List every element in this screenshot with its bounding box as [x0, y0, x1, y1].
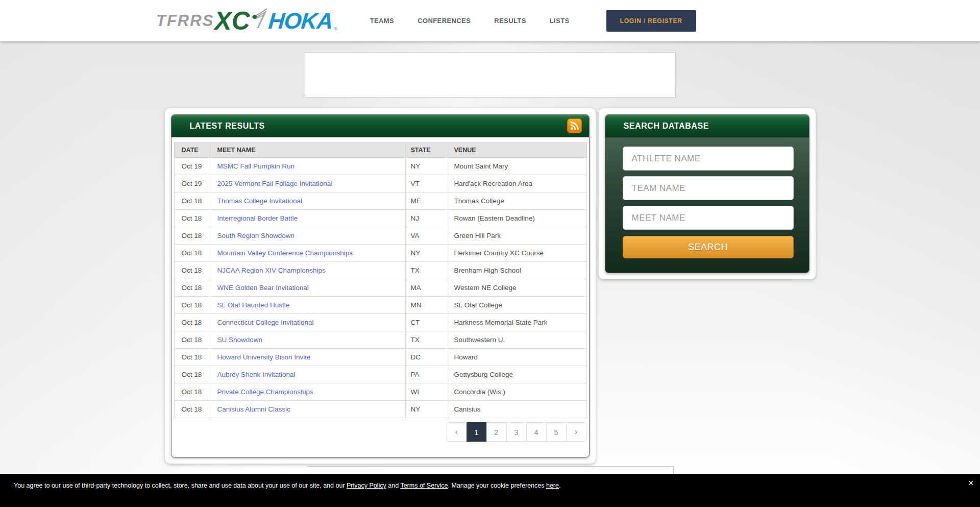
table-row: Oct 18 Canisius Alumni Classic NY Canisi… [174, 401, 586, 418]
meet-cell: Thomas College Invitational [210, 192, 405, 210]
meet-link[interactable]: Canisius Alumni Classic [217, 405, 290, 413]
pagination-page-button[interactable]: 2 [486, 422, 507, 442]
logo-xc-text: XC [214, 8, 250, 34]
team-name-input[interactable] [623, 176, 794, 200]
pagination-prev-button[interactable]: ‹ [447, 422, 467, 442]
column-header-state: STATE [405, 143, 449, 158]
state-cell: MN [405, 297, 449, 314]
search-database-card: SEARCH DATABASE SEARCH [599, 108, 816, 279]
venue-cell: Brenham High School [449, 262, 586, 279]
meet-cell: NJCAA Region XIV Championships [210, 262, 405, 279]
column-header-meet-name: MEET NAME [210, 143, 405, 158]
nav-item-results[interactable]: RESULTS [494, 17, 526, 25]
search-form: SEARCH [605, 137, 809, 273]
meet-cell: WNE Golden Bear Invitational [210, 279, 405, 297]
latest-results-card: LATEST RESULTS DATE MEET NAME ST [165, 108, 596, 464]
state-cell: MA [405, 279, 449, 297]
date-cell: Oct 19 [174, 158, 210, 175]
meet-link[interactable]: Mountain Valley Conference Championships [217, 249, 353, 257]
state-cell: NY [405, 401, 449, 418]
state-cell: NJ [405, 210, 449, 227]
table-header-row: DATE MEET NAME STATE VENUE [174, 143, 586, 158]
meet-cell: Howard University Bison Invite [210, 349, 405, 366]
venue-cell: Howard [449, 349, 586, 366]
pagination-page-button[interactable]: 5 [546, 422, 567, 442]
main-nav: TEAMS CONFERENCES RESULTS LISTS LOGIN / … [370, 10, 696, 32]
cookie-text: and [386, 482, 401, 489]
venue-cell: Mount Saint Mary [449, 158, 586, 175]
venue-cell: Hard'ack Recreation Area [449, 175, 586, 192]
venue-cell: Green Hill Park [449, 227, 586, 245]
pagination-next-button[interactable]: › [566, 422, 586, 442]
search-button[interactable]: SEARCH [623, 236, 794, 258]
meet-link[interactable]: Aubrey Shenk Invitational [217, 371, 296, 378]
close-icon[interactable]: ✕ [968, 479, 974, 487]
logo-registered-mark: ® [334, 27, 337, 32]
rss-icon[interactable] [567, 118, 582, 133]
meet-link[interactable]: Interregional Border Battle [217, 214, 298, 222]
meet-cell: SU Showdown [210, 331, 405, 349]
meet-link[interactable]: 2025 Vermont Fall Foliage Invitational [217, 180, 333, 187]
cookie-text: . Manage your cookie preferences [448, 482, 546, 489]
meet-cell: Canisius Alumni Classic [210, 401, 405, 418]
pagination-page-button[interactable]: 3 [506, 422, 527, 442]
winged-shoe-icon [250, 7, 270, 21]
table-row: Oct 18 Howard University Bison Invite DC… [174, 349, 586, 366]
meet-cell: South Region Showdown [210, 227, 405, 245]
state-cell: DC [405, 349, 449, 366]
meet-link[interactable]: SU Showdown [217, 336, 263, 344]
venue-cell: Harkness Memorial State Park [449, 314, 586, 331]
state-cell: NY [405, 245, 449, 262]
tfrrs-xc-hoka-logo[interactable]: TFRRS XC / HOKA ® [156, 8, 337, 34]
date-cell: Oct 18 [174, 192, 210, 210]
pagination-page-button[interactable]: 1 [467, 422, 487, 442]
ad-placeholder-top [305, 52, 676, 98]
cookie-text: You agree to our use of third-party tech… [14, 482, 347, 489]
meet-link[interactable]: Thomas College Invitational [217, 197, 303, 205]
terms-of-service-link[interactable]: Terms of Service [400, 482, 448, 489]
search-database-header: SEARCH DATABASE [605, 115, 809, 137]
venue-cell: Western NE College [449, 279, 586, 297]
logo-hoka-text: HOKA [268, 10, 334, 32]
privacy-policy-link[interactable]: Privacy Policy [347, 482, 386, 489]
table-row: Oct 18 Mountain Valley Conference Champi… [174, 245, 586, 262]
nav-item-lists[interactable]: LISTS [550, 17, 570, 25]
date-cell: Oct 18 [174, 366, 210, 383]
table-row: Oct 18 Interregional Border Battle NJ Ro… [174, 210, 586, 227]
meet-link[interactable]: NJCAA Region XIV Championships [217, 267, 326, 274]
meet-link[interactable]: Connecticut College Invitational [217, 319, 314, 326]
meet-cell: St. Olaf Haunted Hustle [210, 297, 405, 314]
venue-cell: Rowan (Eastern Deadline) [449, 210, 586, 227]
pagination-page-button[interactable]: 4 [526, 422, 547, 442]
table-row: Oct 18 Thomas College Invitational ME Th… [174, 192, 586, 210]
venue-cell: St. Olaf College [449, 297, 586, 314]
meet-cell: Interregional Border Battle [210, 210, 405, 227]
table-row: Oct 18 South Region Showdown VA Green Hi… [174, 227, 586, 245]
state-cell: TX [405, 331, 449, 349]
meet-link[interactable]: Private College Championships [217, 388, 313, 396]
date-cell: Oct 18 [174, 349, 210, 366]
table-row: Oct 19 MSMC Fall Pumpkin Run NY Mount Sa… [174, 158, 586, 175]
column-header-venue: VENUE [449, 143, 586, 158]
meet-cell: Connecticut College Invitational [210, 314, 405, 331]
meet-link[interactable]: WNE Golden Bear Invitational [217, 284, 309, 292]
meet-link[interactable]: MSMC Fall Pumpkin Run [217, 162, 295, 170]
meet-link[interactable]: Howard University Bison Invite [217, 353, 311, 361]
login-register-button[interactable]: LOGIN / REGISTER [606, 10, 696, 32]
athlete-name-input[interactable] [623, 147, 794, 171]
table-row: Oct 18 Private College Championships WI … [174, 383, 586, 401]
meet-link[interactable]: St. Olaf Haunted Hustle [217, 301, 290, 309]
meet-cell: Private College Championships [210, 383, 405, 401]
meet-name-input[interactable] [623, 206, 794, 230]
top-header: TFRRS XC / HOKA ® TEAMS CONFERENCES RESU… [0, 0, 980, 41]
state-cell: PA [405, 366, 449, 383]
table-row: Oct 19 2025 Vermont Fall Foliage Invitat… [174, 175, 586, 192]
meet-link[interactable]: South Region Showdown [217, 232, 295, 239]
results-table-body: Oct 19 MSMC Fall Pumpkin Run NY Mount Sa… [174, 158, 586, 418]
cookie-preferences-link[interactable]: here [546, 482, 559, 489]
venue-cell: Southwestern U. [449, 331, 586, 349]
nav-item-teams[interactable]: TEAMS [370, 17, 395, 25]
meet-cell: Aubrey Shenk Invitational [210, 366, 405, 383]
search-database-title: SEARCH DATABASE [624, 122, 709, 131]
nav-item-conferences[interactable]: CONFERENCES [418, 17, 471, 25]
